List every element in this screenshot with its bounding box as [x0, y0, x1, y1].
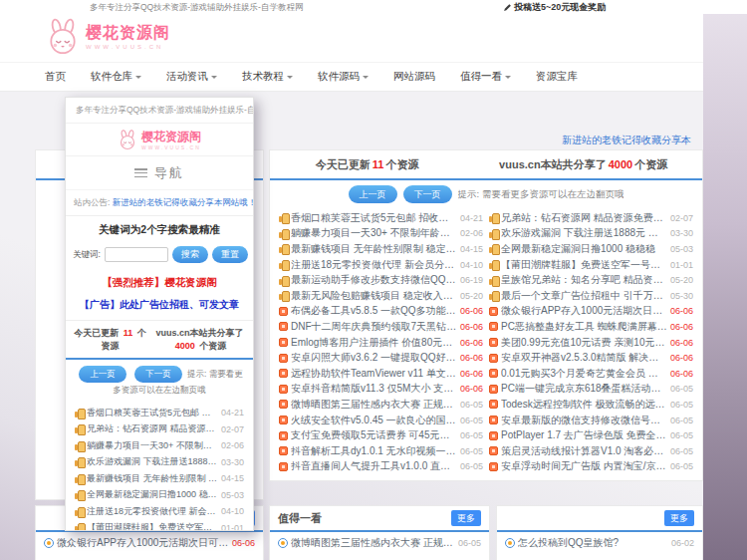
nav-item-home[interactable]: 首页: [45, 70, 66, 84]
chevron-down-icon: [363, 76, 369, 82]
list-item[interactable]: 火绒安全软件v5.0.45 一款良心的国产安全软件 06-05: [276, 413, 486, 428]
nav-item-software-source[interactable]: 软件源码: [318, 70, 369, 84]
list-item[interactable]: 微众银行APP存入1000元活期次日可以获得无门 06-06: [36, 532, 263, 553]
tab-total-shared[interactable]: vuus.cn本站共分享了 4000 个资源: [150, 327, 249, 353]
list-item[interactable]: 微众银行APP存入1000元活期次日可以获得无 06-06: [486, 304, 696, 320]
list-item[interactable]: 策启灵活动线报计算器V1.0 淘客必备的一款软 06-05: [486, 443, 696, 459]
list-item[interactable]: 注册送18元零投资做代理 新会员分红存 04-10: [72, 503, 247, 520]
list-item[interactable]: 兄弟站：钻石资源网 精品资源免费分享基 02-07: [72, 421, 247, 438]
prev-page-button[interactable]: 上一页: [79, 366, 126, 383]
nav-item-website-source[interactable]: 网站源码: [393, 70, 435, 84]
list-item[interactable]: 最后一个文章广告位招租中 引千万流 聚八方 05-30: [486, 288, 696, 304]
list-item[interactable]: 香烟口粮芙蓉王试货5元包邮 招收代理 04-21: [276, 210, 486, 226]
nav-item-worth-reading[interactable]: 值得一看: [460, 70, 511, 84]
submit-reward-link[interactable]: 投稿送5~20元现金奖励: [503, 1, 606, 14]
item-date: 05-03: [221, 490, 244, 500]
popup-nav-toggle[interactable]: 导航: [66, 156, 253, 190]
list-item[interactable]: 欢乐游戏漏洞 下载注册送1888元 官方合 03-30: [72, 454, 247, 471]
list-item[interactable]: 最新运动助手修改步数支持微信QQ+ZFB步 06-19: [276, 272, 486, 288]
more-button[interactable]: 更多: [451, 510, 481, 526]
list-item[interactable]: 全网最新稳定漏洞日撸1000 稳稳稳 05-03: [72, 487, 247, 504]
list-item[interactable]: Todesk远程控制软件 极致流畅的远程协助工具 06-05: [486, 397, 696, 413]
list-item[interactable]: 【莆田潮牌鞋服】免费送空军一号匡威1970s 01-01: [486, 257, 696, 273]
list-item[interactable]: 欢乐游戏漏洞 下载注册送1888元 官方合作 03-30: [486, 226, 696, 242]
item-date: 05-03: [670, 244, 693, 254]
list-item[interactable]: 【莆田潮牌鞋服】免费送空军一号匡威 01-01: [72, 520, 247, 532]
thumbs-up-icon: [279, 291, 288, 300]
list-item[interactable]: 0.01元购买3个月爱奇艺黄金会员 仅限京东白 06-06: [486, 366, 696, 382]
list-item[interactable]: 注册送18元零投资做代理 新会员分红存1000 04-10: [276, 257, 486, 273]
tab-total-shared[interactable]: vuus.cn本站共分享了 4000 个资源: [464, 150, 702, 178]
nav-item-software-repo[interactable]: 软件仓库: [91, 70, 141, 84]
promo-link-blue[interactable]: 【广告】此处广告位招租、可发文章: [66, 294, 253, 321]
list-item[interactable]: 怎么投稿到QQ皇族馆? 06-02: [497, 532, 702, 553]
next-page-button[interactable]: 下一页: [134, 366, 182, 383]
site-logo[interactable]: 樱花资源阁 WWW.VUUS.CN: [45, 18, 170, 56]
reset-button[interactable]: 重置: [212, 246, 248, 263]
list-item[interactable]: 最新赚钱项目 无年龄性别限制 稳定日撸 04-15: [72, 470, 247, 487]
tab-today-updated[interactable]: 今天已更新 11 个资源: [70, 327, 150, 353]
notice-link[interactable]: 新进站的老铁记得收藏分享本网站哦！: [113, 197, 253, 207]
list-item[interactable]: PotPlayer 1.7 去广告绿色版 免费全能影音播 06-05: [486, 427, 696, 443]
bottom-box-2-title: 值得一看: [278, 511, 322, 526]
site-tagline: 多年专注分享QQ技术资源-游戏辅助外挂娱乐-自学教程网: [90, 2, 303, 14]
site-header: 樱花资源阁 WWW.VUUS.CN: [0, 14, 703, 62]
rabbit-icon: [45, 18, 81, 56]
list-item[interactable]: 兄弟站：钻石资源网 精品资源免费分享基地 02-07: [486, 210, 696, 226]
list-item[interactable]: 微博晒图第三届性感内衣大赛 正规美图等你欣赏 06-05: [270, 532, 489, 553]
list-item[interactable]: 抖音直播间人气提升工具v1.0.0 直播间自动发 06-05: [276, 459, 486, 475]
item-date: 02-06: [460, 228, 483, 238]
list-item[interactable]: Emlog博客用户注册插件 价值80元免费分享 06-06: [276, 335, 486, 351]
announce-icon: [44, 538, 54, 548]
list-item[interactable]: 支付宝免费领取5元话费券 可45元充值三网50 06-05: [276, 427, 486, 443]
file-icon: [279, 462, 288, 471]
item-date: 04-15: [460, 244, 483, 254]
list-item[interactable]: 布偶必备工具v5.8.5 一款QQ多功能工具软件 06-06: [276, 304, 486, 320]
prev-page-button[interactable]: 上一页: [349, 185, 397, 203]
list-item[interactable]: 抖音解析工具dy1.0.1 无水印视频一键解析软件 06-05: [276, 443, 486, 459]
list-item[interactable]: 安卓最新版的微信支持修改微信号了！ IOS版 06-05: [486, 413, 696, 428]
item-date: 06-05: [460, 400, 483, 410]
nav-item-resource-treasury[interactable]: 资源宝库: [536, 70, 578, 84]
list-item[interactable]: DNF十二周年庆典预约领取7天黑钻 回归用户 06-06: [276, 319, 486, 335]
item-date: 06-06: [460, 338, 483, 348]
search-button[interactable]: 搜索: [172, 246, 208, 263]
tab-today-updated[interactable]: 今天已更新 11 个资源: [270, 150, 464, 178]
list-item[interactable]: 皇族馆兄弟站：知名分享吧 精品资源分享基地 05-20: [486, 272, 696, 288]
list-item[interactable]: 最新赚钱项目 无年龄性别限制 稳定日撸300+ 04-15: [276, 241, 486, 257]
list-item[interactable]: 安卓闪照大师v3.6.2 一键提取QQ好友发的闪照 06-06: [276, 350, 486, 366]
file-icon: [489, 338, 498, 347]
list-item[interactable]: 安卓浮动时间无广告版 内置淘宝/京东/苏宁/拼 06-05: [486, 459, 696, 475]
list-item[interactable]: 微博晒图第三届性感内衣大赛 正规美图等你欣 06-05: [276, 397, 486, 413]
list-item[interactable]: 安卓抖音精简版v11.3 仅5M大小 支持账号登录 06-06: [276, 382, 486, 398]
promo-link-red[interactable]: 【强烈推荐】樱花资源阁: [66, 271, 253, 294]
list-item[interactable]: 躺赚暴力项目一天30+ 不限制年龄抓紧上车 02-06: [276, 226, 486, 242]
item-date: 06-02: [671, 538, 694, 548]
list-item[interactable]: 最新无风险包赔赚钱项目 稳定收入200-500元 05-20: [276, 288, 486, 304]
list-item[interactable]: PC端一键完成京东618叠蛋糕活动任务工具 06-05: [486, 382, 696, 398]
nav-item-tech-tutorial[interactable]: 技术教程: [242, 70, 293, 84]
list-item[interactable]: 远程协助软件TeamViewer v11 单文件版 方便 06-06: [276, 366, 486, 382]
announcement-top-link[interactable]: 新进站的老铁记得收藏分享本: [269, 134, 691, 147]
item-date: 03-30: [670, 228, 693, 238]
nav-item-activity-news[interactable]: 活动资讯: [166, 70, 217, 84]
list-item[interactable]: 全网最新稳定漏洞日撸1000 稳稳稳 05-03: [486, 241, 696, 257]
file-icon: [279, 446, 288, 455]
item-title: DNF十二周年庆典预约领取7天黑钻 回归用户: [291, 320, 457, 334]
item-date: 06-19: [460, 275, 483, 285]
list-item[interactable]: 香烟口粮芙蓉王试货5元包邮 招收代理 04-21: [72, 405, 247, 421]
list-item[interactable]: 美团0.99元充值10元话费 亲测10元话费秒到 06-06: [486, 335, 696, 351]
thumbs-up-icon: [75, 507, 84, 516]
popup-logo[interactable]: 樱花资源阁 WWW.VUUS.CN: [66, 124, 253, 156]
list-item[interactable]: PC恶搞整蛊好友工具 蜘蛛爬满屏幕整蛊专家 效 06-06: [486, 319, 696, 335]
item-title: 注册送18元零投资做代理 新会员分红存1000: [291, 258, 457, 272]
more-button[interactable]: 更多: [664, 510, 694, 526]
list-item[interactable]: 躺赚暴力项目一天30+ 不限制年龄抓紧上 02-06: [72, 437, 247, 454]
list-item[interactable]: 安卓双开神器v2.5.3.0精简版 解决多账号切换 06-06: [486, 350, 696, 366]
item-title: 抖音解析工具dy1.0.1 无水印视频一键解析软件: [291, 444, 457, 458]
keyword-input[interactable]: [105, 247, 168, 262]
item-title: 微博晒图第三届性感内衣大赛 正规美图等你欣: [291, 398, 457, 412]
bottom-box-3-list: 怎么投稿到QQ皇族馆? 06-02: [497, 532, 702, 553]
item-title: 欢乐游戏漏洞 下载注册送1888元 官方合作: [501, 226, 667, 240]
next-page-button[interactable]: 下一页: [403, 185, 452, 203]
